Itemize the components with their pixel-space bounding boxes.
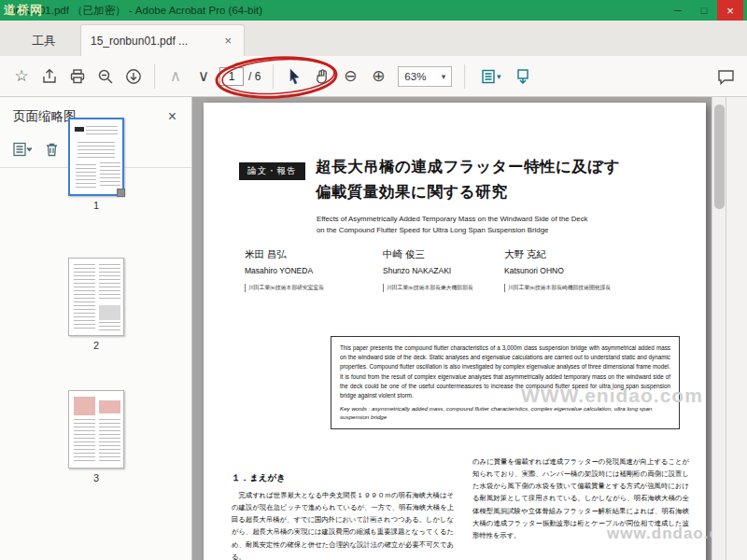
thumbnail-page-1[interactable] [68,118,124,196]
thumb-col2-lines [100,162,120,189]
paper-title-en-line2: on the Compound Flutter Speed for Ultra … [317,226,548,234]
thumbnail-page-3[interactable] [68,390,124,469]
print-button[interactable] [63,63,92,91]
previous-page-button[interactable]: ∧ [162,63,190,91]
author-3-name-jp: 大野 克紀 [504,248,644,261]
title-bar: onbun01.pdf （已加密） - Adobe Acrobat Pro (6… [0,0,747,21]
vertical-scrollbar[interactable] [712,97,726,560]
author-1-name-en: Masahiro YONEDA [245,266,385,275]
download-button[interactable] [120,63,148,91]
close-button[interactable]: × [717,0,743,21]
keywords-text: Key words : asymmetrically added mass, c… [340,404,670,422]
zoom-in-button[interactable]: ⊕ [364,63,392,91]
thumb-col2b-lines [99,322,120,331]
right-pane-strip[interactable] [726,97,747,560]
tab-document-label: 15_ronbun01.pdf ... [91,35,221,48]
tab-tools[interactable]: 工具 [13,26,75,56]
zoom-out-button[interactable]: ⊖ [336,63,364,91]
body-row: 页面缩略图 × [0,97,747,560]
thumb-figure-pink-1 [74,397,95,415]
thumb-col2-lines [99,419,120,464]
toolbar-divider [464,64,465,89]
thumb-title-lines [86,126,118,135]
comment-icon [717,68,735,85]
thumb-figure-pink-2 [99,400,120,413]
thumb-figure-block [99,305,120,320]
thumb-col1-lines [76,164,96,189]
author-1-name-jp: 米田 昌弘 [245,248,385,261]
thumbnail-item-3[interactable]: 3 [0,390,192,483]
abstract-text: This paper presents the compound flutter… [340,343,670,400]
author-3: 大野 克紀 Katsunori OHNO 川田工業㈱技術本部長崎機部技術開発課長 [504,248,644,292]
thumbnail-item-2[interactable]: 2 [0,258,192,351]
close-icon: × [726,4,734,18]
thumb-tag-block [75,127,84,132]
minimize-button[interactable]: ─ [665,0,691,21]
zoom-level-select[interactable]: 63% ▾ [398,66,452,87]
author-1-affiliation: 川田工業㈱技術本部研究室室長 [245,284,385,292]
window-title: onbun01.pdf （已加密） - Adobe Acrobat Pro (6… [9,4,262,18]
abstract-box: This paper presents the compound flutter… [331,336,680,429]
scrollbar-thumb[interactable] [714,105,725,209]
chevron-up-icon: ∧ [170,66,181,86]
select-tool-button[interactable] [280,63,308,91]
pdf-page-1: 論文・報告 超長大吊橋の連成フラッター特性に及ぼす 偏載質量効果に関する研究 E… [204,103,706,560]
thumbnail-item-1[interactable]: 1 [0,118,192,211]
author-2-name-jp: 中崎 俊三 [383,248,523,261]
main-toolbar: ☆ ∧ ∨ 1 / 6 [0,56,747,97]
comment-button[interactable] [712,63,740,91]
maximize-button[interactable]: □ [691,0,717,21]
next-page-button[interactable]: ∨ [190,63,218,91]
page-thumbnails-panel: 页面缩略图 × [0,97,192,560]
body-column-1: 完成すれば世界最大となる中央支間長１９９０ｍの明石海峡大橋はその建設が現在急ピッ… [232,489,454,560]
hand-icon [314,68,331,85]
paper-title-en-line1: Effects of Asymmetrically Added Temporar… [317,215,588,223]
share-icon [41,68,58,85]
document-viewport[interactable]: 論文・報告 超長大吊橋の連成フラッター特性に及ぼす 偏載質量効果に関する研究 E… [192,97,712,560]
fit-width-icon [514,68,532,85]
search-button[interactable] [92,63,120,91]
fit-width-button[interactable] [509,63,537,91]
star-icon: ☆ [14,66,28,86]
author-2: 中崎 俊三 Shunzo NAKAZAKI 川田工業㈱技術本部長兼大機部部長 [383,248,523,292]
page-count-label: / 6 [248,70,261,83]
author-3-affiliation: 川田工業㈱技術本部長崎機部技術開発課長 [504,284,644,292]
favorites-star-button[interactable]: ☆ [7,63,35,91]
toolbar-divider [273,64,274,89]
window-controls: ─ □ × [665,0,743,21]
toolbar-divider [154,64,155,89]
author-2-affiliation: 川田工業㈱技術本部長兼大機部部長 [383,284,523,292]
thumbnail-label-1: 1 [0,200,192,211]
zoom-caret-icon: ▾ [442,72,446,81]
paper-title-jp-line2: 偏載質量効果に関する研究 [316,182,507,203]
thumbnail-label-3: 3 [0,472,192,483]
section-heading-1: １．まえがき [232,472,286,484]
author-2-name-en: Shunzo NAKAZAKI [383,266,523,275]
page-display-button[interactable]: ▾ [472,63,509,91]
author-1: 米田 昌弘 Masahiro YONEDA 川田工業㈱技術本部研究室室長 [245,248,385,292]
page-display-caret-icon: ▾ [497,72,501,81]
tab-bar: 工具 15_ronbun01.pdf ... × [0,21,747,56]
tab-close-icon[interactable]: × [221,34,234,48]
thumbnail-resize-handle[interactable] [117,189,125,197]
search-icon [97,68,114,85]
thumbnail-page-2[interactable] [68,258,124,336]
zoom-in-icon: ⊕ [372,66,385,86]
zoom-out-icon: ⊖ [344,66,357,86]
page-number-input[interactable]: 1 [219,67,244,86]
thumb-col1-lines [74,419,95,464]
thumb-col2-lines [99,264,120,301]
hand-tool-button[interactable] [308,63,336,91]
pointer-icon [287,68,302,85]
minimize-icon: ─ [674,5,682,16]
paper-title-jp-line1: 超長大吊橋の連成フラッター特性に及ぼす [316,157,620,177]
body-column-2: のみに質量を偏載すれば連成フラッターの発現風速が向上することが知られており、実際… [472,455,689,541]
acrobat-window: onbun01.pdf （已加密） - Adobe Acrobat Pro (6… [0,0,747,560]
thumb-col1-lines [74,264,95,331]
paper-tag: 論文・報告 [239,162,305,180]
chevron-down-icon: ∨ [198,66,209,86]
tab-document[interactable]: 15_ronbun01.pdf ... × [80,24,245,56]
author-3-name-en: Katsunori OHNO [504,266,644,275]
download-icon [125,68,142,85]
share-button[interactable] [35,63,63,91]
